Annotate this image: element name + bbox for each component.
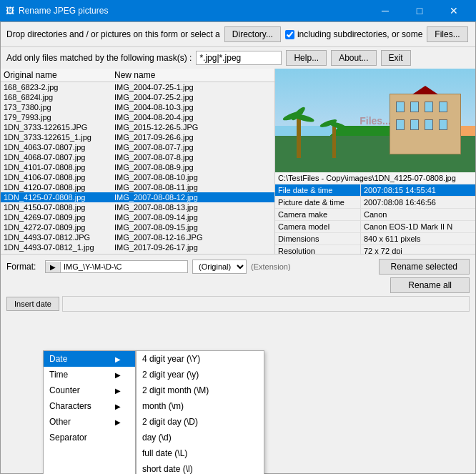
insert-date-button[interactable]: Insert date (6, 297, 59, 311)
content-area: Original name New name 168_6823-2.jpg IM… (1, 69, 475, 255)
file-new: IMG_2007-08-08-11.jpg (114, 183, 272, 192)
submenu-item[interactable]: month (\m) (137, 398, 264, 414)
context-menu[interactable]: Date▶Time▶Counter▶Characters▶Other▶Separ… (43, 350, 136, 474)
menu-item-label: Characters (49, 401, 91, 411)
menu-item[interactable]: Time▶ (44, 367, 135, 382)
file-new: IMG_2004-07-25-1.jpg (114, 83, 272, 92)
menu-item[interactable]: Separator (44, 430, 135, 445)
exit-button[interactable]: Exit (381, 50, 411, 66)
file-list-container: Original name New name 168_6823-2.jpg IM… (1, 69, 275, 254)
submenu-item[interactable]: short date (\l) (137, 461, 264, 474)
file-new: IMG_2017-09-26-17.jpg (114, 243, 272, 252)
metadata-key: Camera make (275, 209, 361, 220)
submenu-item[interactable]: full date (\L) (137, 445, 264, 461)
menu-item[interactable]: Other▶ (44, 414, 135, 430)
table-row[interactable]: 1DN_4063-07-0807.jpg IMG_2007-08-07-7.jp… (1, 142, 274, 152)
rename-all-button[interactable]: Rename all (390, 277, 470, 293)
table-row[interactable]: 1DN_4068-07-0807.jpg IMG_2007-08-07-8.jp… (1, 152, 274, 162)
about-button[interactable]: About... (331, 50, 376, 66)
mask-input[interactable] (196, 51, 282, 65)
table-row[interactable]: 173_7380.jpg IMG_2004-08-10-3.jpg (1, 102, 274, 112)
table-row[interactable]: 1DN_3733-122615.JPG IMG_2015-12-26-5.JPG (1, 122, 274, 132)
metadata-area: C:\TestFiles - Copy\images\1DN_4125-07-0… (275, 172, 475, 254)
file-original: 1DN_4063-07-0807.jpg (4, 143, 114, 152)
menu-item[interactable]: Counter▶ (44, 382, 135, 398)
preview-area: Files... C:\TestFiles - Copy\images\1DN_… (275, 69, 475, 254)
context-menu-overlay: Date▶Time▶Counter▶Characters▶Other▶Separ… (43, 350, 264, 474)
window-title: Rename JPEG pictures (19, 6, 108, 16)
table-row[interactable]: 168_6824l.jpg IMG_2004-07-25-2.jpg (1, 92, 274, 102)
help-button[interactable]: Help... (286, 50, 327, 66)
app-icon: 🖼 (6, 6, 14, 16)
table-row[interactable]: 168_6823-2.jpg IMG_2004-07-25-1.jpg (1, 82, 274, 92)
maximize-button[interactable]: □ (403, 0, 436, 21)
metadata-key: Resolution (275, 245, 361, 254)
submenu-item[interactable]: 2 digit month (\M) (137, 382, 264, 398)
submenu-arrow-icon: ▶ (115, 403, 121, 410)
file-original: 168_6823-2.jpg (4, 83, 114, 92)
format-arrow-icon[interactable]: ▶ (46, 262, 61, 272)
format-label: Format: (6, 262, 41, 272)
minimize-button[interactable]: ─ (369, 0, 402, 21)
file-new: IMG_2007-08-12-16.JPG (114, 233, 272, 242)
table-row[interactable]: 1DN_4125-07-0808.jpg IMG_2007-08-08-12.j… (1, 192, 274, 202)
menu-item-label: Counter (49, 385, 80, 395)
file-new: IMG_2004-08-20-4.jpg (114, 113, 272, 122)
file-original: 1DN_4125-07-0808.jpg (4, 193, 114, 202)
metadata-key: Dimensions (275, 233, 361, 245)
subdirectories-checkbox[interactable] (285, 30, 294, 39)
table-row[interactable]: 179_7993.jpg IMG_2004-08-20-4.jpg (1, 112, 274, 122)
file-original: 179_7993.jpg (4, 113, 114, 122)
submenu-item[interactable]: 4 digit year (\Y) (137, 351, 264, 367)
file-new: IMG_2007-08-09-14.jpg (114, 213, 272, 222)
submenu-arrow-icon: ▶ (115, 371, 121, 379)
rename-selected-button[interactable]: Rename selected (379, 259, 470, 275)
file-new: IMG_2007-08-07-8.jpg (114, 153, 272, 162)
format-input-wrapper: ▶ (45, 260, 188, 273)
metadata-row: File date & time 2007:08:15 14:55:41 (275, 184, 475, 197)
table-row[interactable]: 1DN_4493-07-0812_1.jpg IMG_2017-09-26-17… (1, 242, 274, 252)
metadata-path: C:\TestFiles - Copy\images\1DN_4125-07-0… (275, 172, 475, 184)
table-row[interactable]: 1DN_4814-06-0711-5x7_resiz... IMG_2011-0… (1, 252, 274, 254)
submenu-arrow-icon: ▶ (115, 387, 121, 395)
file-new: IMG_2007-08-08-13.jpg (114, 203, 272, 212)
files-button[interactable]: Files... (427, 26, 467, 42)
submenu-arrow-icon: ▶ (115, 418, 121, 426)
table-row[interactable]: 1DN_4150-07-0808.jpg IMG_2007-08-08-13.j… (1, 202, 274, 212)
table-row[interactable]: 1DN_4272-07-0809.jpg IMG_2007-08-09-15.j… (1, 222, 274, 232)
submenu-item[interactable]: 2 digit year (\y) (137, 367, 264, 382)
table-row[interactable]: 1DN_4106-07-0808.jpg IMG_2007-08-08-10.j… (1, 172, 274, 182)
file-original: 1DN_3733-122615.JPG (4, 123, 114, 132)
menu-item-label: Separator (49, 433, 87, 443)
submenu-item[interactable]: day (\d) (137, 430, 264, 445)
file-new: IMG_2004-07-25-2.jpg (114, 93, 272, 102)
submenu-item-label: day (\d) (142, 433, 172, 443)
close-button[interactable]: ✕ (437, 0, 470, 21)
metadata-row: Resolution 72 x 72 dpi (275, 245, 475, 254)
submenu[interactable]: 4 digit year (\Y)2 digit year (\y)2 digi… (136, 350, 264, 474)
header-new: New name (114, 70, 272, 80)
metadata-row: Camera make Canon (275, 209, 475, 221)
file-original: 1DN_4493-07-0812_1.jpg (4, 243, 114, 252)
file-original: 168_6824l.jpg (4, 93, 114, 102)
file-original: 1DN_4150-07-0808.jpg (4, 203, 114, 212)
original-select[interactable]: (Original) (192, 260, 247, 274)
submenu-item-label: 2 digit year (\y) (142, 370, 199, 380)
table-row[interactable]: 1DN_4120-07-0808.jpg IMG_2007-08-08-11.j… (1, 182, 274, 192)
menu-item[interactable]: Characters▶ (44, 398, 135, 414)
file-list[interactable]: 168_6823-2.jpg IMG_2004-07-25-1.jpg 168_… (1, 82, 274, 254)
submenu-item[interactable]: 2 digit day (\D) (137, 414, 264, 430)
file-new: IMG_2007-08-08-9.jpg (114, 163, 272, 172)
subdirectories-wrapper: including subdirectories, or some (285, 29, 422, 39)
metadata-key: File date & time (275, 184, 361, 196)
directory-button[interactable]: Directory... (224, 26, 281, 42)
submenu-item-label: short date (\l) (142, 464, 193, 474)
table-row[interactable]: 1DN_4493-07-0812.JPG IMG_2007-08-12-16.J… (1, 232, 274, 242)
menu-item[interactable]: Date▶ (44, 351, 135, 367)
table-row[interactable]: 1DN_4101-07-0808.jpg IMG_2007-08-08-9.jp… (1, 162, 274, 172)
file-new: IMG_2007-08-08-10.jpg (114, 173, 272, 182)
table-row[interactable]: 1DN_3733-122615_1.jpg IMG_2017-09-26-6.j… (1, 132, 274, 142)
format-input[interactable] (61, 261, 187, 272)
table-row[interactable]: 1DN_4269-07-0809.jpg IMG_2007-08-09-14.j… (1, 212, 274, 222)
submenu-item-label: 2 digit day (\D) (142, 417, 198, 427)
